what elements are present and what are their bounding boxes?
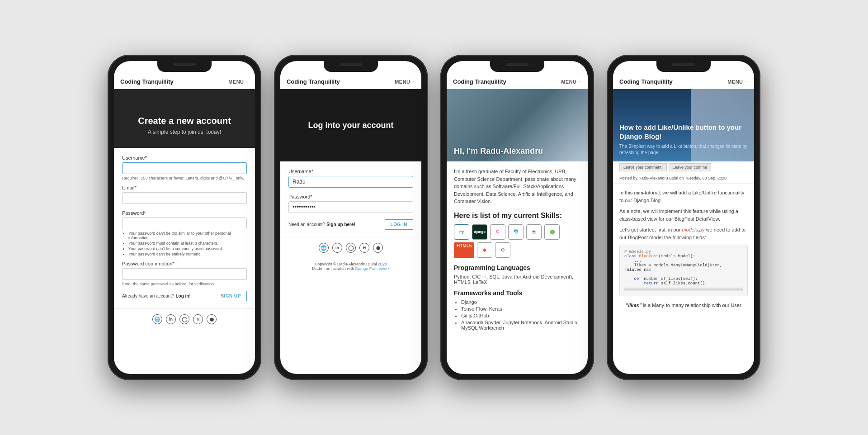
social-flickr-icon[interactable]: ⬤ <box>207 314 217 324</box>
hero-subtitle-1: A simple step to join us, today! <box>148 129 221 135</box>
rule-2: Your password must contain at least 8 ch… <box>128 241 247 246</box>
frameworks-title: Frameworks and Tools <box>454 289 580 297</box>
phone-scroll-4[interactable]: Coding Tranquillity MENU ≡ How to add Li… <box>613 61 754 374</box>
login-link[interactable]: Log in! <box>175 293 190 298</box>
phone-scroll-1[interactable]: Coding Tranquillity MENU ≡ Create a new … <box>114 61 255 374</box>
email-input[interactable] <box>122 192 247 204</box>
phone-screen-3: Coding Tranquillity MENU ≡ Hi, I'm Radu-… <box>447 61 588 374</box>
phone-scroll-3[interactable]: Coding Tranquillity MENU ≡ Hi, I'm Radu-… <box>447 61 588 374</box>
code-line1: class BlogPost(models.Model): <box>624 254 743 259</box>
hero-dark-2: Log into your account <box>280 89 421 161</box>
social-h-icon-2[interactable]: H <box>359 243 369 253</box>
code-line5: def number_of_likes(self): <box>624 277 743 281</box>
register-form-footer: Already have an account? Log in! SIGN UP <box>122 291 247 301</box>
nav-bar-2: Coding Tranquillity MENU ≡ <box>280 75 421 89</box>
copyright-line: Copyright © Radu-Alexandru Bulai 2020 <box>285 262 417 266</box>
phone-blog: Coding Tranquillity MENU ≡ How to add Li… <box>607 55 760 380</box>
nav-menu-2[interactable]: MENU ≡ <box>395 79 415 85</box>
social-icons-2: 🌐 in ◯ H ⬤ <box>280 237 421 258</box>
password-rules: Your password can't be too similar to yo… <box>122 231 247 256</box>
comment-btn-2[interactable]: Leave your comme <box>669 163 712 171</box>
about-hero-title: Hi, I'm Radu-Alexandru <box>454 147 543 156</box>
login-hero-title: Log into your account <box>308 121 394 130</box>
social-globe-icon[interactable]: 🌐 <box>152 314 162 324</box>
password-label: Password* <box>122 210 247 216</box>
social-linkedin-icon[interactable]: in <box>166 314 176 324</box>
models-link[interactable]: models.py <box>682 227 704 232</box>
social-globe-icon-2[interactable]: 🌐 <box>319 243 329 253</box>
register-link[interactable]: Sign up here! <box>326 222 355 227</box>
username-hint: Required. 150 characters or fewer. Lette… <box>122 176 247 180</box>
login-password-input[interactable] <box>288 201 413 213</box>
hero-dark-1: Create a new account A simple step to jo… <box>114 89 255 148</box>
signup-button[interactable]: SIGN UP <box>215 291 247 301</box>
social-github-icon[interactable]: ◯ <box>179 314 189 324</box>
social-github-icon-2[interactable]: ◯ <box>346 243 356 253</box>
code-scrollbar[interactable] <box>624 288 743 291</box>
login-password-label: Password* <box>288 194 413 199</box>
phones-container: Coding Tranquillity MENU ≡ Create a new … <box>108 55 760 380</box>
about-hero: Hi, I'm Radu-Alexandru <box>447 89 588 161</box>
nav-logo-3: Coding Tranquillity <box>453 78 506 85</box>
blog-hero-subtitle: The Simplest way to add a Like button, t… <box>619 143 748 156</box>
framework-tf: TensorFlow, Keras <box>461 306 580 312</box>
password-confirm-group: Password confirmation* Enter the same pa… <box>122 261 247 286</box>
password-confirm-input[interactable] <box>122 268 247 280</box>
code-line6: return self.likes.count() <box>624 281 743 286</box>
frameworks-list: Django TensorFlow, Keras Git & GitHub An… <box>454 299 580 331</box>
framework-tools: Anaconda Spyder, Jupyter Notebook, Andro… <box>461 320 580 331</box>
nav-menu-4[interactable]: MENU ≡ <box>727 79 748 85</box>
skill-android: ⬤ <box>544 224 560 240</box>
skill-python: Py <box>454 224 469 240</box>
login-button[interactable]: LOG IN <box>385 219 413 230</box>
phone-register: Coding Tranquillity MENU ≡ Create a new … <box>108 55 261 380</box>
blog-comment-area: Leave your comment! Leave your comme <box>613 161 754 173</box>
phone-login: Coding Tranquillity MENU ≡ Log into your… <box>274 55 428 380</box>
about-content: I'm a fresh graduate of Faculty of Elect… <box>447 161 588 341</box>
email-group: Email* <box>122 185 247 206</box>
skill-django: django <box>472 224 487 240</box>
nav-logo-1: Coding Tranquillity <box>120 78 174 85</box>
rule-4: Your password can't be entirely numeric. <box>128 252 247 256</box>
prog-lang-text: Python, C/C++, SQL, Java (for Android De… <box>454 274 580 285</box>
skill-git: ◆ <box>477 242 492 258</box>
login-username-input[interactable] <box>288 176 413 188</box>
social-h-icon[interactable]: H <box>193 314 203 324</box>
phone-notch-2 <box>324 61 378 72</box>
framework-link[interactable]: Django Framework <box>355 266 390 271</box>
phone-notch-3 <box>490 61 544 72</box>
nav-logo-4: Coding Tranquillity <box>619 78 673 85</box>
login-form: Username* Password* Need an account? Sig… <box>280 161 421 237</box>
login-username-group: Username* <box>288 169 413 189</box>
register-form: Username* Required. 150 characters or fe… <box>114 148 255 308</box>
framework-git: Git & GitHub <box>461 313 580 318</box>
phone-speaker-1 <box>173 63 196 66</box>
about-intro: I'm a fresh graduate of Faculty of Elect… <box>454 168 580 205</box>
blog-content: In this mini-tutorial, we will add a Lik… <box>613 184 754 320</box>
login-form-footer: Need an account? Sign up here! LOG IN <box>288 219 413 230</box>
phone-notch-1 <box>157 61 212 72</box>
blog-para-2: As a note, we will implement this featur… <box>619 208 748 222</box>
copyright-text: Copyright © Radu-Alexandru Bulai 2020 Ma… <box>280 258 421 273</box>
social-icons-1: 🌐 in ◯ H ⬤ <box>114 308 255 330</box>
password-input[interactable] <box>122 218 247 229</box>
blog-hero-title: How to add Like/Unlike button to your Dj… <box>619 123 748 141</box>
code-line3: likes = models.ManyToManyField(User, rel… <box>624 263 743 272</box>
social-flickr-icon-2[interactable]: ⬤ <box>373 243 383 253</box>
register-prompt: Need an account? Sign up here! <box>288 222 355 227</box>
skill-java: ☕ <box>526 224 542 240</box>
comment-btn-1[interactable]: Leave your comment! <box>619 163 667 171</box>
code-line2: ... <box>624 259 743 263</box>
phone-about: Coding Tranquillity MENU ≡ Hi, I'm Radu-… <box>440 55 594 380</box>
phone-scroll-2[interactable]: Coding Tranquillity MENU ≡ Log into your… <box>280 61 421 374</box>
phone-speaker-4 <box>672 63 695 66</box>
made-with-line: Made from scratch with Django Framework <box>285 266 417 271</box>
nav-bar-3: Coding Tranquillity MENU ≡ <box>447 75 588 89</box>
blog-para-3: Let's get started, first, in our models.… <box>619 226 748 241</box>
nav-menu-3[interactable]: MENU ≡ <box>561 79 581 85</box>
prog-lang-title: Programming Languages <box>454 264 580 271</box>
username-input[interactable] <box>122 162 247 174</box>
nav-menu-1[interactable]: MENU ≡ <box>228 79 249 85</box>
blog-hero-content: How to add Like/Unlike button to your Dj… <box>619 123 748 156</box>
social-linkedin-icon-2[interactable]: in <box>332 243 342 253</box>
